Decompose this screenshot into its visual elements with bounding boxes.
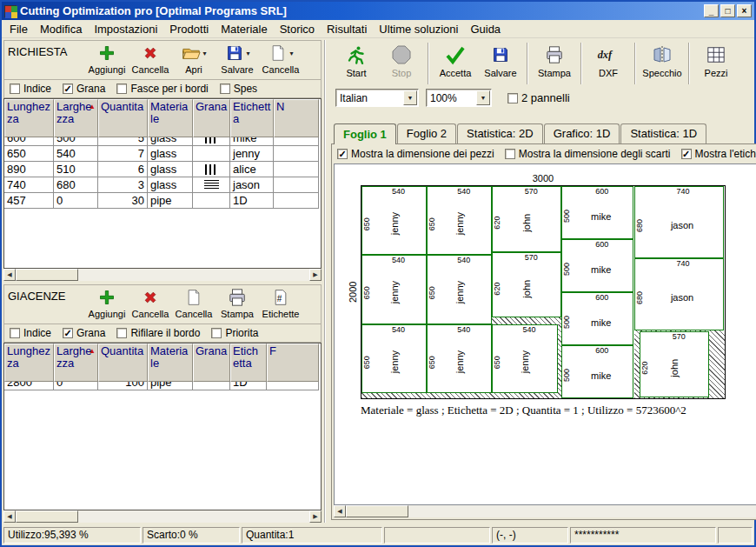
pezzi-button[interactable]: Pezzi [693, 42, 739, 83]
piece-jenny[interactable]: 540650jenny [427, 186, 492, 255]
cancella-button[interactable]: Cancella [172, 286, 216, 323]
piece-jenny[interactable]: 540650jenny [361, 324, 427, 393]
checkbox-rifilare-il-bordo[interactable]: Rifilare il bordo [116, 327, 200, 339]
table-cell[interactable]: 6 [98, 162, 148, 177]
table-cell[interactable]: pipe [148, 193, 193, 209]
checkbox-box[interactable] [507, 93, 518, 103]
column-header-n[interactable]: N [274, 99, 319, 137]
language-combobox[interactable]: Italian ▼ [335, 89, 419, 107]
table-cell[interactable] [193, 162, 230, 177]
dropdown-arrow-icon[interactable]: ▾ [289, 50, 293, 57]
menu-item-file[interactable]: File [3, 21, 34, 37]
menu-item-materiale[interactable]: Materiale [215, 21, 273, 37]
piece-mike[interactable]: 600500mike [561, 239, 634, 292]
table-cell[interactable]: 7 [98, 146, 148, 162]
table-cell[interactable] [274, 193, 319, 209]
cancella-button[interactable]: ▾Cancella [259, 42, 302, 78]
piece-jason[interactable]: 740680jason [634, 186, 724, 258]
column-header-f[interactable]: F [267, 344, 319, 382]
column-header-lunghezza[interactable]: Lunghezza [4, 99, 54, 137]
etichette-button[interactable]: #Etichette [259, 286, 302, 323]
start-button[interactable]: Start [334, 42, 379, 83]
checkbox-box[interactable] [10, 83, 20, 94]
piece-jason[interactable]: 740680jason [634, 258, 724, 330]
column-header-materiale[interactable]: Materiale [148, 99, 193, 137]
scrollbar-track[interactable] [346, 505, 756, 517]
column-header-grana[interactable]: Grana [193, 344, 230, 382]
column-header-larghezza[interactable]: Larghezza▲ [54, 344, 98, 382]
tab-statistica-2d[interactable]: Statistica: 2D [457, 123, 543, 143]
minimize-button[interactable]: _ [704, 4, 719, 17]
tab-grafico-1d[interactable]: Grafico: 1D [544, 123, 620, 143]
maximize-button[interactable]: □ [720, 4, 735, 17]
specchio-button[interactable]: Specchio [640, 42, 685, 83]
zoom-combobox[interactable]: 100% ▼ [426, 89, 492, 107]
checkbox-box[interactable] [211, 328, 222, 338]
menu-item-ultime-soluzioni[interactable]: Ultime soluzioni [373, 21, 464, 37]
table-cell[interactable]: alice [230, 162, 274, 177]
piece-jenny[interactable]: 540650jenny [361, 255, 427, 324]
column-header-etichetta[interactable]: Etichetta [230, 344, 267, 382]
aggiungi-button[interactable]: Aggiungi [85, 286, 129, 323]
menu-item-storico[interactable]: Storico [274, 21, 321, 37]
piece-jenny[interactable]: 540650jenny [427, 255, 492, 324]
chevron-down-icon[interactable]: ▼ [476, 90, 490, 105]
checkbox-box[interactable]: ✓ [681, 149, 692, 159]
menu-item-modifica[interactable]: Modifica [34, 21, 88, 37]
tab-statistica-1d[interactable]: Statistica: 1D [620, 123, 706, 143]
table-cell[interactable]: 890 [4, 162, 54, 177]
checkbox-box[interactable]: ✓ [63, 83, 73, 94]
stop-button[interactable]: Stop [379, 42, 424, 83]
column-header-etichetta[interactable]: Etichetta [230, 99, 274, 137]
checkbox-indice[interactable]: Indice [10, 327, 51, 339]
checkbox-grana[interactable]: ✓Grana [63, 327, 105, 339]
menu-item-impostazioni[interactable]: Impostazioni [88, 21, 163, 37]
chevron-down-icon[interactable]: ▼ [403, 90, 417, 105]
table-cell[interactable]: glass [148, 177, 193, 193]
salvare-button[interactable]: Salvare [478, 42, 523, 83]
column-header-grana[interactable]: Grana [193, 99, 230, 137]
checkbox-grana[interactable]: ✓Grana [63, 83, 105, 95]
menu-item-risultati[interactable]: Risultati [321, 21, 373, 37]
column-header-lunghezza[interactable]: Lunghezza [4, 344, 54, 382]
checkbox-fasce-per-i-bordi[interactable]: Fasce per i bordi [116, 83, 208, 95]
stampa-button[interactable]: Stampa [532, 42, 577, 83]
table-cell[interactable]: 3 [98, 177, 148, 193]
accetta-button[interactable]: Accetta [433, 42, 478, 83]
checkbox-box[interactable]: ✓ [337, 149, 348, 159]
scrollbar-track[interactable] [16, 269, 309, 281]
richiesta-hscrollbar[interactable]: ◀▶ [3, 269, 322, 281]
table-cell[interactable]: 457 [4, 193, 54, 209]
scrollbar-track[interactable] [16, 510, 309, 523]
table-cell[interactable]: jason [230, 177, 274, 193]
piece-mike[interactable]: 600500mike [561, 292, 634, 345]
menu-item-guida[interactable]: Guida [464, 21, 507, 37]
checkbox-2-pannelli[interactable]: 2 pannelli [507, 91, 570, 104]
table-cell[interactable] [193, 193, 230, 209]
table-cell[interactable]: 740 [4, 177, 54, 193]
checkbox-box[interactable]: ✓ [63, 328, 73, 338]
piece-john[interactable]: 570620john [492, 186, 560, 252]
tab-foglio-2[interactable]: Foglio 2 [397, 123, 456, 143]
table-cell[interactable]: 510 [54, 162, 98, 177]
piece-mike[interactable]: 600500mike [561, 345, 634, 398]
table-cell[interactable]: 30 [98, 193, 148, 209]
checkbox-box[interactable] [116, 328, 127, 338]
cancella-button[interactable]: Cancella [129, 42, 172, 78]
checkbox-mostra-l-etichetta-del-pe[interactable]: ✓Mostra l'etichetta del pe [681, 148, 756, 160]
checkbox-indice[interactable]: Indice [10, 83, 51, 95]
scroll-right-arrow-icon[interactable]: ▶ [309, 269, 322, 281]
checkbox-mostra-la-dimensione-dei-pezzi[interactable]: ✓Mostra la dimensione dei pezzi [337, 148, 494, 160]
aggiungi-button[interactable]: Aggiungi [85, 42, 129, 78]
checkbox-spes[interactable]: Spes [220, 83, 257, 95]
dxf-button[interactable]: dxfDXF [586, 42, 631, 83]
table-cell[interactable] [193, 146, 230, 162]
column-header-quantita[interactable]: Quantita [98, 344, 148, 382]
table-cell[interactable] [193, 177, 230, 193]
scroll-left-arrow-icon[interactable]: ◀ [334, 505, 346, 517]
tab-foglio-1[interactable]: Foglio 1 [334, 123, 396, 144]
column-header-larghezza[interactable]: Larghezza▲ [54, 99, 98, 137]
scroll-left-arrow-icon[interactable]: ◀ [3, 510, 16, 523]
diagram-hscrollbar[interactable]: ◀▶ [334, 505, 756, 517]
checkbox-mostra-la-dimensione-degli-scarti[interactable]: Mostra la dimensione degli scarti [505, 148, 671, 160]
